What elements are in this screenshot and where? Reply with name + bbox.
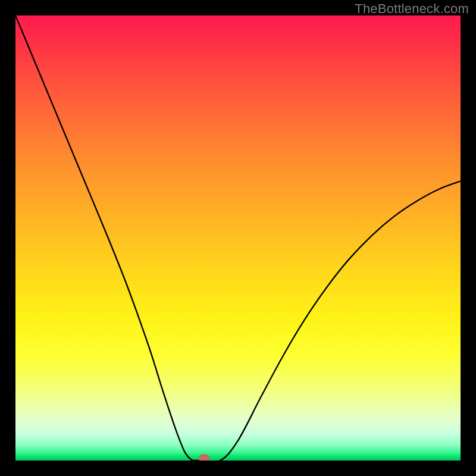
plot-area	[15, 15, 461, 461]
bottleneck-curve	[15, 15, 461, 461]
chart-frame: TheBottleneck.com	[0, 0, 476, 476]
curve-svg	[15, 15, 461, 461]
watermark-text: TheBottleneck.com	[355, 1, 469, 17]
min-marker	[199, 454, 209, 461]
